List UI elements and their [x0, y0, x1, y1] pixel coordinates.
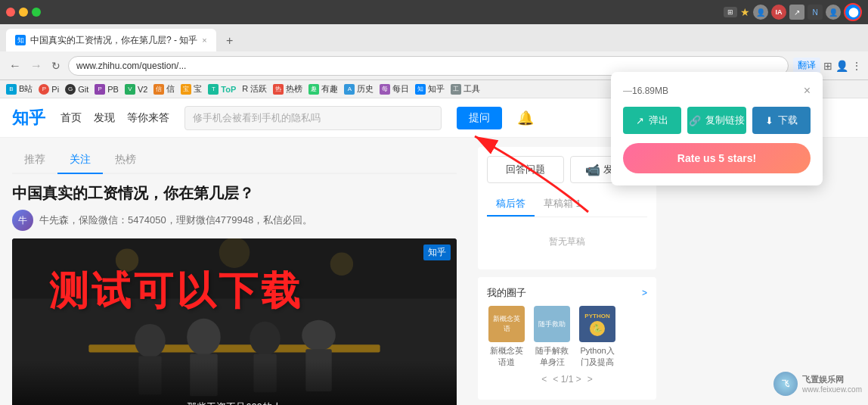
- circle-english[interactable]: 新概念英语 新概念英语道: [487, 306, 526, 368]
- next-page[interactable]: >: [587, 374, 593, 385]
- copy-link-btn[interactable]: 🔗 复制链接: [687, 107, 746, 134]
- n-icon[interactable]: N: [808, 5, 823, 20]
- translate-label[interactable]: 翻译: [793, 58, 820, 73]
- back-button[interactable]: ←: [6, 59, 24, 73]
- active-tab[interactable]: 知 中国真实的工资情况，你在第几层? - 知乎 ×: [6, 29, 216, 51]
- profile-icon[interactable]: 👤: [835, 60, 848, 72]
- new-tab-button[interactable]: +: [219, 30, 240, 51]
- tab-close-icon[interactable]: ×: [202, 36, 206, 45]
- svg-point-12: [219, 238, 250, 268]
- tab-tuijian[interactable]: 推荐: [12, 147, 57, 173]
- answer-question-btn[interactable]: 回答问题: [487, 156, 564, 183]
- circles-title: 我的圈子: [487, 286, 526, 300]
- nav-home[interactable]: 首页: [60, 111, 82, 125]
- minimize-btn[interactable]: [19, 8, 28, 17]
- bookmark-hot[interactable]: 热 热榜: [273, 83, 302, 95]
- circle-python[interactable]: PYTHON 🐍 Python入门及提高: [578, 306, 617, 368]
- bookmark-top[interactable]: T ToP: [208, 84, 236, 95]
- bookmark-pb[interactable]: P PB: [95, 84, 119, 95]
- svg-point-9: [302, 320, 336, 351]
- tab-bar: 知 中国真实的工资情况，你在第几层? - 知乎 × +: [0, 24, 868, 51]
- nav-answer[interactable]: 等你来答: [127, 111, 169, 125]
- tab-guanzhu[interactable]: 关注: [57, 147, 103, 174]
- video-container[interactable]: 知乎 那些工资不足600的人: [12, 238, 457, 405]
- hot-icon: 热: [273, 84, 284, 95]
- pi-icon: P: [39, 84, 49, 95]
- top-label: ToP: [221, 85, 236, 94]
- popup-filesize: 16.89MB: [632, 86, 668, 96]
- download-icon: ⬇: [765, 115, 773, 126]
- bookmark-active[interactable]: R 活跃: [242, 83, 267, 95]
- circle-english-name: 新概念英语道: [487, 345, 526, 368]
- zhihu-logo[interactable]: 知乎: [12, 107, 45, 129]
- bookmark-history[interactable]: A 历史: [344, 83, 374, 95]
- circle-single[interactable]: 随手救助 随手解救单身汪: [532, 306, 572, 368]
- search-bar[interactable]: 修手机会被看到手机的隐私吗: [184, 106, 442, 130]
- author-avatar: 牛: [12, 210, 33, 231]
- menu-icon[interactable]: ⋮: [851, 60, 862, 72]
- extension-popup: — 16.89MB × ↗ 弹出 🔗 复制链接 ⬇ 下载 Rate us 5 s…: [611, 72, 823, 185]
- toolbar-right-icons: 翻译 ⊞ 👤 ⋮: [793, 58, 862, 73]
- bookmark-b-station[interactable]: B B站: [6, 83, 33, 95]
- star-icon[interactable]: ★: [740, 6, 750, 18]
- tab-rebang[interactable]: 热榜: [103, 147, 148, 173]
- bookmark-v2[interactable]: V V2: [125, 84, 147, 95]
- watermark-url: www.feixuew.com: [802, 385, 862, 394]
- person-icon[interactable]: 👤: [826, 5, 841, 20]
- notification-icon[interactable]: 🔔: [517, 110, 534, 126]
- extension-active-icon[interactable]: ⬤: [844, 3, 862, 21]
- bookmark-tools[interactable]: 工 工具: [451, 83, 480, 95]
- bookmark-xin[interactable]: 信 信: [153, 83, 175, 95]
- interesting-icon: 趣: [308, 84, 319, 95]
- extensions-icon[interactable]: ⊞: [823, 60, 832, 72]
- circles-pagination: < < 1/1 > >: [487, 374, 647, 385]
- bookmark-bao[interactable]: 宝 宝: [181, 83, 202, 95]
- svg-rect-14: [12, 360, 457, 405]
- svg-point-5: [187, 319, 221, 356]
- copy-icon: 🔗: [689, 115, 701, 126]
- grid-icon[interactable]: ⊞: [724, 7, 737, 17]
- ia-icon[interactable]: IA: [771, 5, 786, 20]
- circle-python-name: Python入门及提高: [578, 345, 617, 368]
- reload-button[interactable]: ↻: [48, 59, 64, 73]
- forward-button[interactable]: →: [27, 59, 45, 73]
- search-placeholder: 修手机会被看到手机的隐私吗: [193, 111, 321, 125]
- prev-page[interactable]: <: [541, 374, 547, 385]
- browser-chrome: ⊞ ★ 👤 IA ↗ N 👤 ⬤: [0, 0, 868, 24]
- popup-close[interactable]: ×: [804, 84, 811, 98]
- tab-draft-answer[interactable]: 稿后答: [487, 192, 535, 217]
- bookmark-pi[interactable]: P Pi: [39, 84, 59, 95]
- tab-draft-box[interactable]: 草稿箱 1: [535, 192, 591, 217]
- svg-point-3: [135, 324, 166, 358]
- tools-icon: 工: [451, 84, 461, 95]
- main-content: 推荐 关注 热榜 中国真实的工资情况，你在第几层？ 牛 牛先森，保险微信：547…: [0, 138, 469, 405]
- video-subtitle: 那些工资不足600的人: [187, 400, 282, 405]
- user-tabs: 推荐 关注 热榜: [12, 147, 457, 174]
- bookmark-interesting[interactable]: 趣 有趣: [308, 83, 338, 95]
- bookmark-zhihu[interactable]: 知 知乎: [415, 83, 445, 95]
- ask-button[interactable]: 提问: [457, 107, 502, 129]
- bookmark-daily[interactable]: 每 每日: [380, 83, 409, 95]
- pb-icon: P: [95, 84, 105, 95]
- daily-icon: 每: [380, 84, 390, 95]
- close-btn[interactable]: [6, 8, 15, 17]
- article-title: 中国真实的工资情况，你在第几层？: [12, 183, 457, 204]
- user-icon[interactable]: 👤: [753, 5, 768, 20]
- popup-btn[interactable]: ↗ 弹出: [623, 107, 681, 134]
- download-btn[interactable]: ⬇ 下载: [752, 107, 811, 134]
- nav-discover[interactable]: 发现: [94, 111, 115, 125]
- bookmark-git[interactable]: G Git: [65, 84, 88, 95]
- circle-python-img: PYTHON 🐍: [579, 306, 615, 342]
- ext-icon-2[interactable]: ↗: [789, 5, 804, 20]
- tab-favicon: 知: [15, 35, 26, 45]
- draft-tabs: 稿后答 草稿箱 1: [487, 192, 647, 217]
- v2-icon: V: [125, 84, 135, 95]
- history-icon: A: [344, 84, 355, 95]
- circles-more[interactable]: >: [642, 288, 647, 298]
- zhihu-bookmark-icon: 知: [415, 84, 426, 95]
- video-background: [12, 238, 457, 405]
- maximize-btn[interactable]: [32, 8, 41, 17]
- popup-dash: —: [623, 86, 632, 96]
- rate-button[interactable]: Rate us 5 stars!: [623, 143, 811, 173]
- article-author: 牛 牛先森，保险微信：5474050，理财微信4779948，私信必回。: [12, 210, 457, 231]
